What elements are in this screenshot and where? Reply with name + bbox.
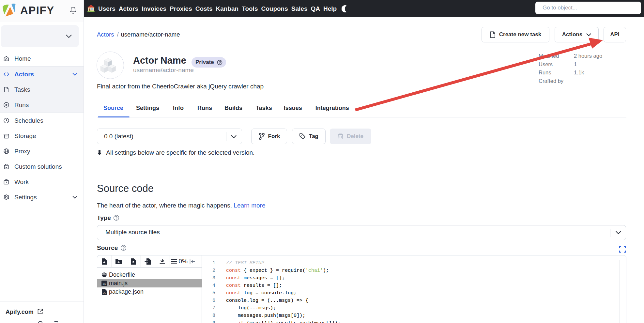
svg-text:JS: JS [103,283,106,286]
svg-text:</>: </> [102,292,106,294]
